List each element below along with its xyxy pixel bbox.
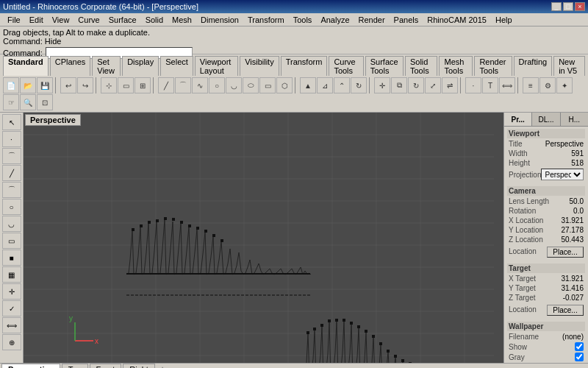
menu-tools[interactable]: Tools	[289, 13, 317, 26]
tb-select[interactable]: ⊹	[101, 77, 117, 93]
tab-standard[interactable]: Standard	[3, 56, 49, 76]
tab-render-tools[interactable]: Render Tools	[474, 56, 512, 76]
tb-redo[interactable]: ↪	[77, 77, 93, 93]
vp-tab-add[interactable]: +	[157, 364, 168, 368]
menu-dimension[interactable]: Dimension	[196, 13, 243, 26]
tb-extrude[interactable]: ▲	[300, 77, 316, 93]
tb-pan[interactable]: ☞	[3, 94, 19, 110]
tb-scale[interactable]: ⤢	[425, 77, 441, 93]
tab-viewport-layout[interactable]: Viewport Layout	[195, 56, 238, 76]
rp-tab-help[interactable]: H...	[561, 113, 588, 126]
menu-file[interactable]: File	[3, 13, 25, 26]
tab-display[interactable]: Display	[122, 56, 159, 76]
tb-layer[interactable]: ≡	[523, 77, 539, 93]
tb-copy[interactable]: ⧉	[391, 77, 407, 93]
tb-rect[interactable]: ▭	[259, 77, 276, 93]
rp-show-checkbox[interactable]	[575, 342, 584, 351]
rp-ytarget-value: 31.416	[561, 284, 584, 292]
tool-arc-btn[interactable]: ◡	[2, 216, 21, 232]
vp-tab-top[interactable]: Top	[62, 364, 88, 368]
tb-loft[interactable]: ⊿	[317, 77, 333, 93]
tool-mesh-btn[interactable]: ▦	[2, 266, 21, 283]
tb-point[interactable]: ·	[465, 77, 481, 93]
tb-mirror[interactable]: ⇌	[442, 77, 458, 93]
menu-panels[interactable]: Panels	[390, 13, 423, 26]
tb-sweep[interactable]: ⌃	[334, 77, 350, 93]
tool-point-btn[interactable]: ·	[2, 131, 21, 147]
menu-transform[interactable]: Transform	[243, 13, 289, 26]
menu-analyze[interactable]: Analyze	[316, 13, 354, 26]
tb-window-sel[interactable]: ▭	[118, 77, 134, 93]
menu-view[interactable]: View	[48, 13, 74, 26]
tool-dim-btn[interactable]: ⟺	[2, 317, 21, 333]
rp-tab-display[interactable]: DL...	[532, 113, 560, 126]
tool-curve-btn[interactable]: ⌒	[2, 148, 21, 164]
viewport-label[interactable]: Perspective	[25, 114, 81, 126]
rp-cam-place-btn[interactable]: Place...	[547, 247, 584, 258]
tb-move[interactable]: ✛	[374, 77, 390, 93]
tool-line-btn[interactable]: ╱	[2, 165, 21, 181]
tab-surface-tools[interactable]: Surface Tools	[365, 56, 404, 76]
tab-new-v5[interactable]: New in V5	[553, 56, 585, 76]
menu-surface[interactable]: Surface	[104, 13, 141, 26]
tb-polyline[interactable]: ⌒	[175, 77, 191, 93]
tb-dim[interactable]: ⟺	[499, 77, 515, 93]
tb-ellipse[interactable]: ⬭	[243, 77, 259, 93]
tool-circle-btn[interactable]: ○	[2, 199, 21, 215]
menu-render[interactable]: Render	[354, 13, 390, 26]
menu-solid[interactable]: Solid	[141, 13, 168, 26]
tab-mesh-tools[interactable]: Mesh Tools	[439, 56, 473, 76]
maximize-button[interactable]: □	[563, 2, 573, 11]
tab-solid-tools[interactable]: Solid Tools	[405, 56, 438, 76]
tab-curve-tools[interactable]: Curve Tools	[329, 56, 363, 76]
tb-undo[interactable]: ↩	[60, 77, 76, 93]
tool-snap-btn[interactable]: ⊕	[2, 334, 21, 350]
tb-save[interactable]: 💾	[37, 77, 53, 93]
tb-render[interactable]: ✦	[556, 77, 573, 93]
tb-line[interactable]: ╱	[158, 77, 174, 93]
menu-rhinocam[interactable]: RhinoCAM 2015	[423, 13, 491, 26]
menu-help[interactable]: Help	[491, 13, 517, 26]
rp-gray-checkbox[interactable]	[575, 353, 584, 361]
menu-mesh[interactable]: Mesh	[168, 13, 196, 26]
tb-props[interactable]: ⚙	[539, 77, 556, 93]
viewport-container[interactable]: Perspective	[24, 113, 503, 363]
svg-rect-33	[220, 239, 223, 242]
minimize-button[interactable]: _	[551, 2, 562, 11]
tab-drafting[interactable]: Drafting	[514, 56, 553, 76]
rp-zloc-row: Z Location 50.443	[507, 236, 585, 244]
tb-text[interactable]: T	[482, 77, 498, 93]
tool-analyze-btn[interactable]: ✓	[2, 300, 21, 316]
tab-cplanes[interactable]: CPlanes	[50, 56, 91, 76]
tool-surface-btn[interactable]: ▭	[2, 233, 21, 249]
vp-tab-perspective[interactable]: Perspective	[1, 364, 60, 368]
tab-visibility[interactable]: Visibility	[240, 56, 279, 76]
tb-open[interactable]: 📂	[20, 77, 36, 93]
tab-select[interactable]: Select	[160, 56, 193, 76]
tool-select-btn[interactable]: ↖	[2, 114, 21, 130]
tb-polygon[interactable]: ⬡	[276, 77, 293, 93]
tool-solid-btn[interactable]: ■	[2, 250, 21, 266]
menu-curve[interactable]: Curve	[74, 13, 104, 26]
tb-zoom[interactable]: 🔍	[20, 94, 36, 110]
tb-zoom-all[interactable]: ⊡	[37, 94, 53, 110]
tb-rotate[interactable]: ↻	[408, 77, 424, 93]
menu-edit[interactable]: Edit	[25, 13, 48, 26]
tb-cross-sel[interactable]: ⊞	[135, 77, 151, 93]
tool-polyline-btn[interactable]: ⌒	[2, 182, 21, 198]
close-button[interactable]: ×	[575, 2, 585, 11]
tab-transform[interactable]: Transform	[281, 56, 328, 76]
tool-transform-btn[interactable]: ✛	[2, 283, 21, 300]
rp-projection-select[interactable]: Perspective Parallel	[541, 169, 584, 180]
vp-tab-right[interactable]: Right	[123, 364, 155, 368]
svg-rect-43	[357, 325, 360, 328]
vp-tab-front[interactable]: Front	[90, 364, 122, 368]
tb-arc[interactable]: ◡	[226, 77, 242, 93]
tab-setview[interactable]: Set View	[92, 56, 121, 76]
rp-tab-properties[interactable]: Pr...	[504, 113, 532, 126]
tb-circle[interactable]: ○	[209, 77, 225, 93]
tb-curve[interactable]: ∿	[192, 77, 208, 93]
tb-revolve[interactable]: ↻	[351, 77, 367, 93]
tb-new[interactable]: 📄	[3, 77, 19, 93]
rp-tgt-place-btn[interactable]: Place...	[547, 305, 584, 316]
